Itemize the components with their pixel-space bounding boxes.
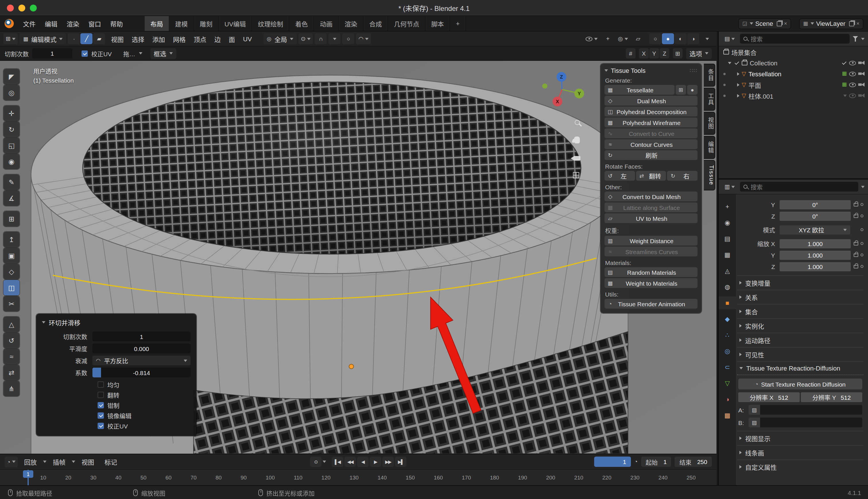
operator-checkbox-row-flipped[interactable]: 翻转 — [98, 389, 191, 400]
keyframe-dot[interactable] — [860, 254, 864, 256]
outliner-row-cylinder[interactable]: ▽ 柱体.001 — [719, 90, 868, 101]
scale-x-field[interactable]: 1.000 — [780, 239, 851, 248]
tissue-button-polyhedral-wireframe[interactable]: ▦ Polyhedral Wireframe — [605, 118, 698, 127]
face-select-button[interactable]: ▰ — [93, 33, 105, 44]
keying-menu[interactable]: 插帧 — [49, 455, 70, 468]
sidebar-tab-tissue[interactable]: Tissue — [704, 160, 715, 191]
next-keyframe-button[interactable]: ▶▶ — [382, 457, 394, 467]
new-viewlayer-icon[interactable] — [849, 21, 854, 26]
tessellate-sphere-button[interactable]: ● — [687, 85, 698, 95]
tool-rotate[interactable]: ↻ — [3, 122, 20, 137]
play-button[interactable]: ▶ — [370, 457, 381, 467]
properties-tab-material[interactable]: ◑ — [719, 393, 736, 405]
tissue-button-convert-to-dual-mesh[interactable]: ◇ Convert to Dual Mesh — [605, 192, 698, 201]
tissue-button-weight-distance[interactable]: ▥ Weight Distance — [605, 236, 698, 245]
tool-rip-region[interactable]: ⋔ — [3, 381, 20, 396]
properties-section[interactable]: 关系 — [737, 290, 864, 304]
tissue-button-dual-mesh[interactable]: ◇ Dual Mesh — [605, 96, 698, 106]
chevron-down-icon[interactable] — [861, 185, 865, 188]
workspace-tab-sculpting[interactable]: 雕刻 — [194, 16, 219, 31]
shading-options-button[interactable] — [701, 33, 713, 44]
scale-y-field[interactable]: 1.000 — [780, 251, 851, 259]
tool-annotate[interactable]: ✎ — [3, 174, 20, 190]
properties-tab-physics[interactable]: ◎ — [719, 345, 736, 357]
new-scene-icon[interactable] — [777, 21, 782, 26]
camera-icon[interactable] — [858, 94, 865, 98]
tissue-button-uv-to-mesh[interactable]: ▱ UV to Mesh — [605, 214, 698, 223]
mirror-axis-button[interactable]: Y — [649, 48, 659, 59]
show-hide-button[interactable] — [584, 33, 600, 44]
scale-z-field[interactable]: 1.000 — [780, 262, 851, 271]
tissue-button-rotate-flip[interactable]: ⇄ 翻转 — [636, 171, 666, 181]
properties-tab-scene[interactable]: ◬ — [719, 265, 736, 277]
eye-icon[interactable] — [849, 82, 856, 87]
tool-scale[interactable]: ◱ — [3, 138, 20, 153]
chevron-down-icon[interactable] — [861, 38, 865, 40]
operator-panel-header[interactable]: 环切并滑移 — [42, 318, 191, 327]
playhead[interactable]: 1 — [23, 470, 33, 485]
properties-tab-render[interactable]: ◉ — [719, 216, 736, 229]
solid-shading-button[interactable]: ● — [662, 33, 674, 44]
rotation-z-field[interactable]: 0° — [780, 211, 851, 220]
operator-checkbox-row-mirror-editing[interactable]: 镜像编辑 — [98, 410, 191, 421]
properties-section[interactable]: 运动路径 — [737, 333, 864, 347]
properties-tab-object[interactable]: ■ — [719, 296, 736, 309]
wireframe-shading-button[interactable]: ○ — [649, 33, 661, 44]
falloff-dropdown[interactable]: ◠ 平方反比 — [93, 356, 191, 365]
properties-section[interactable]: 自定义属性 — [737, 460, 864, 474]
viewport-menu[interactable]: 选择 — [128, 33, 148, 45]
pan-control[interactable] — [571, 134, 583, 146]
camera-icon[interactable] — [858, 83, 865, 87]
modifier-icon[interactable]: ▦ — [842, 82, 847, 87]
modifier-icon[interactable]: ▦ — [842, 71, 847, 76]
eye-icon[interactable] — [849, 71, 856, 76]
tissue-button-polyhedral-decomposition[interactable]: ◫ Polyhedral Decomposition — [605, 107, 698, 117]
tool-move[interactable]: ✛ — [3, 106, 20, 121]
tissue-button-rotate-left[interactable]: ↺ 左 — [605, 171, 635, 181]
workspace-tab-add-workspace[interactable]: + — [450, 16, 466, 31]
proportional-edit-button[interactable]: ○ — [343, 33, 355, 44]
workspace-tab-compositing[interactable]: 合成 — [364, 16, 388, 31]
tool-bevel[interactable]: ◇ — [3, 264, 20, 279]
workspace-tab-uv-editing[interactable]: UV编辑 — [219, 16, 252, 31]
workspace-tab-texture-paint[interactable]: 纹理绘制 — [252, 16, 290, 31]
cuts-field[interactable]: 1 — [93, 331, 191, 341]
rd-panel-header[interactable]: Tissue Texture Reaction-Diffusion — [737, 361, 864, 375]
tool-spin[interactable]: ↺ — [3, 333, 20, 348]
tissue-button-convert-to-curve[interactable]: ∿ Convert to Curve — [605, 129, 698, 138]
tool-measure[interactable]: ∡ — [3, 191, 20, 206]
snap-extra-button[interactable]: ⊞ — [673, 48, 682, 59]
minimize-window-button[interactable] — [19, 4, 25, 11]
sidebar-tab-view[interactable]: 视图 — [704, 112, 715, 135]
sidebar-tab-item[interactable]: 条目 — [704, 64, 715, 87]
tissue-button-lattice-along-surface[interactable]: ▦ Lattice along Surface — [605, 203, 698, 212]
app-menu[interactable]: 文件 — [19, 17, 40, 30]
viewport-menu[interactable]: 添加 — [148, 33, 169, 45]
playback-menu[interactable]: 回放 — [20, 455, 41, 468]
tissue-button-weight-to-materials[interactable]: ▦ Weight to Materials — [605, 278, 698, 288]
tissue-panel-header[interactable]: Tissue Tools ∷∷ — [605, 67, 698, 74]
resolution-x-field[interactable]: 分辨率 X512 — [738, 392, 800, 402]
start-reaction-diffusion-button[interactable]: ◔ Start Texture Reaction Diffusion — [738, 379, 862, 389]
correct-uv-checkbox[interactable] — [82, 50, 88, 57]
lock-icon[interactable] — [854, 203, 858, 206]
jump-to-end-button[interactable]: ▶▌ — [395, 457, 406, 467]
properties-tab-object-data[interactable]: ▽ — [719, 377, 736, 389]
workspace-tab-shading[interactable]: 着色 — [290, 16, 314, 31]
properties-tab-output[interactable]: ▤ — [719, 232, 736, 245]
viewport-menu[interactable]: 视图 — [107, 33, 128, 45]
properties-tab-texture[interactable]: ▩ — [719, 409, 736, 422]
select-tool-dropdown[interactable]: 框选 — [150, 48, 176, 59]
workspace-tab-modeling[interactable]: 建模 — [169, 16, 194, 31]
tool-extrude[interactable]: ↥ — [3, 232, 20, 247]
options-dropdown[interactable]: 选项 — [686, 48, 712, 59]
tool-inset-faces[interactable]: ▣ — [3, 248, 20, 263]
operator-checkbox-row-clamp[interactable]: 钳制 — [98, 400, 191, 410]
material-shading-button[interactable]: ◐ — [675, 33, 687, 44]
tool-cursor[interactable]: ◎ — [3, 85, 20, 100]
tool-loop-cut[interactable]: ◫ — [3, 280, 20, 295]
viewport-menu[interactable]: 面 — [225, 33, 239, 45]
keyframe-dot[interactable] — [860, 242, 864, 245]
collection-checkbox[interactable] — [734, 60, 739, 66]
outliner-row-collection[interactable]: Collection — [719, 57, 868, 68]
